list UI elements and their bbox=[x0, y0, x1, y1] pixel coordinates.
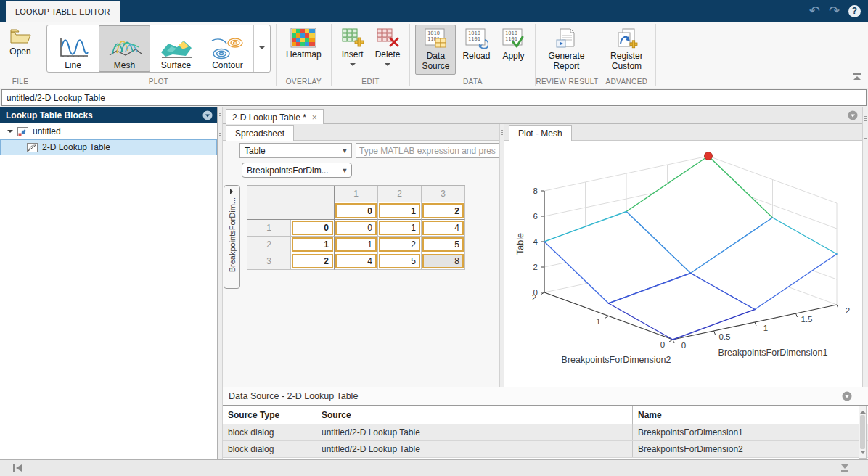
datasource-row[interactable]: block dialoguntitled/2-D Lookup TableBre… bbox=[223, 441, 868, 458]
matlab-expression-input[interactable] bbox=[356, 143, 499, 158]
scroll-down-icon[interactable] bbox=[860, 451, 866, 456]
sidebar-title: Lookup Table Blocks bbox=[6, 110, 93, 120]
row-breakpoint-cell[interactable]: 1 bbox=[291, 237, 335, 253]
mesh-plot[interactable]: 0246800.511.52012BreakpointsForDimension… bbox=[504, 141, 862, 387]
right-edge-splitter[interactable] bbox=[862, 107, 868, 387]
tick-label: 1.5 bbox=[801, 315, 813, 324]
plot-type-gallery: Line Mesh bbox=[46, 25, 271, 73]
datasource-cell: BreakpointsForDimension2 bbox=[633, 441, 856, 457]
table-value-cell[interactable]: 2 bbox=[378, 237, 422, 253]
table-value-cell[interactable]: 0 bbox=[335, 220, 378, 237]
table-selector-dropdown[interactable]: Table ▼ bbox=[239, 143, 352, 158]
column-header-cell[interactable]: 3 bbox=[422, 186, 465, 202]
tree-expand-icon[interactable] bbox=[7, 130, 13, 136]
data-source-table-header: Source TypeSourceName bbox=[223, 406, 868, 424]
toolstrip-tab-lookup-table-editor[interactable]: LOOKUP TABLE EDITOR bbox=[6, 1, 120, 22]
heatmap-button[interactable]: Heatmap bbox=[282, 25, 326, 63]
row-header-cell[interactable]: 1 bbox=[247, 220, 291, 237]
row-breakpoint-cell[interactable]: 2 bbox=[291, 253, 335, 270]
tick-label: 6 bbox=[533, 212, 538, 221]
column-breakpoint-cell[interactable]: 2 bbox=[422, 202, 465, 220]
datasource-column-header[interactable]: Source bbox=[316, 406, 633, 424]
svg-text:1101: 1101 bbox=[505, 36, 517, 42]
table-value-cell[interactable]: 5 bbox=[422, 237, 465, 253]
collapsed-pane-label: BreakpointsForDim... bbox=[228, 197, 237, 272]
column-breakpoint-cell[interactable]: 1 bbox=[378, 202, 422, 220]
tree-item-untitled[interactable]: untitled bbox=[0, 123, 217, 139]
row-header-cell[interactable]: 2 bbox=[247, 237, 291, 253]
data-source-button[interactable]: 1010 1101 Data Source bbox=[415, 25, 456, 75]
apply-button[interactable]: 1010 1101 Apply bbox=[496, 25, 530, 65]
table-value-cell[interactable]: 1 bbox=[378, 220, 422, 237]
mesh-plot-panel: 0246800.511.52012BreakpointsForDimension… bbox=[504, 141, 862, 387]
table-value-cell[interactable]: 5 bbox=[378, 253, 422, 270]
column-header-cell[interactable]: 2 bbox=[378, 186, 422, 202]
row-breakpoint-cell[interactable]: 0 bbox=[291, 220, 335, 237]
register-custom-button[interactable]: Register Custom bbox=[602, 25, 650, 75]
table-value-cell[interactable]: 1 bbox=[335, 237, 378, 253]
collapse-panel-icon[interactable] bbox=[202, 110, 213, 120]
datasource-cell: BreakpointsForDimension1 bbox=[633, 424, 856, 440]
tree-item-2d-lookup-table[interactable]: 2-D Lookup Table bbox=[0, 139, 217, 155]
minimize-ribbon-button[interactable] bbox=[852, 72, 862, 85]
plot-type-mesh[interactable]: Mesh bbox=[99, 25, 150, 72]
datasource-column-header[interactable]: Source Type bbox=[223, 406, 316, 424]
plot-type-contour[interactable]: Contour bbox=[202, 25, 253, 72]
gallery-dropdown-button[interactable] bbox=[253, 25, 270, 72]
spreadsheet-panel: Table ▼ BreakpointsForDim... ▼ Breakpoin… bbox=[223, 141, 499, 387]
plot-tab-bar: Plot - Mesh bbox=[504, 124, 862, 141]
open-button[interactable]: Open bbox=[5, 25, 36, 60]
tab-plot-mesh[interactable]: Plot - Mesh bbox=[509, 125, 572, 141]
column-breakpoint-cell[interactable]: 0 bbox=[335, 202, 378, 220]
close-tab-icon[interactable]: × bbox=[312, 112, 317, 123]
scroll-thumb[interactable] bbox=[860, 415, 865, 449]
plot-type-line[interactable]: Line bbox=[47, 25, 99, 72]
breakpoint-selector-dropdown[interactable]: BreakpointsForDim... ▼ bbox=[242, 163, 352, 178]
table-value-cell[interactable]: 8 bbox=[422, 253, 465, 270]
row-header-cell[interactable]: 3 bbox=[247, 253, 291, 270]
data-source-icon: 1010 1101 bbox=[423, 28, 448, 49]
datasource-column-header[interactable]: Name bbox=[633, 406, 856, 424]
chevron-down-icon: ▼ bbox=[338, 167, 351, 174]
tick-label: 2 bbox=[846, 306, 850, 315]
collapse-left-icon bbox=[12, 463, 23, 473]
delete-button[interactable]: Delete bbox=[371, 25, 405, 72]
data-source-title: Data Source - 2-D Lookup Table bbox=[229, 391, 358, 401]
table-value-cell[interactable]: 4 bbox=[335, 253, 378, 270]
generate-report-button[interactable]: Generate Report bbox=[541, 25, 591, 75]
table-value-cell[interactable]: 4 bbox=[422, 220, 465, 237]
ribbon-group-edit: Insert Delete EDIT bbox=[332, 22, 410, 88]
reload-button[interactable]: 1010 1101 Reload bbox=[458, 25, 494, 65]
lookup-table-grid: 123012100142112532458 bbox=[247, 185, 465, 270]
line-plot-icon bbox=[57, 36, 90, 60]
datasource-cell: block dialog bbox=[223, 424, 316, 440]
collapse-bottom-panel-button[interactable] bbox=[839, 463, 851, 476]
tab-spreadsheet[interactable]: Spreadsheet bbox=[226, 125, 294, 141]
datasource-row[interactable]: block dialoguntitled/2-D Lookup TableBre… bbox=[223, 424, 868, 441]
tick-label: 0 bbox=[681, 341, 686, 350]
chevron-down-icon bbox=[350, 63, 356, 69]
data-source-scrollbar[interactable] bbox=[859, 406, 867, 459]
column-header-cell[interactable]: 1 bbox=[335, 186, 378, 202]
collapsed-breakpoints-pane[interactable]: BreakpointsForDim... bbox=[224, 185, 240, 289]
help-icon[interactable]: ? bbox=[848, 5, 861, 17]
block-path-field[interactable]: untitled/2-D Lookup Table bbox=[1, 89, 867, 106]
vertical-splitter[interactable] bbox=[499, 124, 504, 387]
undo-icon[interactable]: ↶ bbox=[809, 4, 820, 17]
collapse-document-icon[interactable] bbox=[848, 110, 858, 120]
tick-label: 1 bbox=[596, 317, 600, 326]
tick-label: 1 bbox=[763, 324, 768, 332]
ribbon-toolbar: Open FILE Line bbox=[0, 22, 868, 89]
datasource-cell: untitled/2-D Lookup Table bbox=[316, 441, 633, 457]
vertical-splitter[interactable] bbox=[218, 107, 223, 459]
insert-button[interactable]: Insert bbox=[337, 25, 369, 72]
surface-plot-icon bbox=[160, 38, 193, 60]
collapse-sidebar-button[interactable] bbox=[12, 463, 23, 476]
scroll-up-icon[interactable] bbox=[860, 408, 866, 414]
data-source-table-body: block dialoguntitled/2-D Lookup TableBre… bbox=[223, 424, 868, 458]
document-tab-2d-lookup-table[interactable]: 2-D Lookup Table * × bbox=[226, 109, 324, 125]
breadcrumb-bar: untitled/2-D Lookup Table bbox=[0, 88, 868, 107]
collapse-data-source-icon[interactable] bbox=[842, 391, 852, 401]
plot-type-surface[interactable]: Surface bbox=[150, 25, 202, 72]
redo-icon[interactable]: ↷ bbox=[829, 4, 840, 17]
